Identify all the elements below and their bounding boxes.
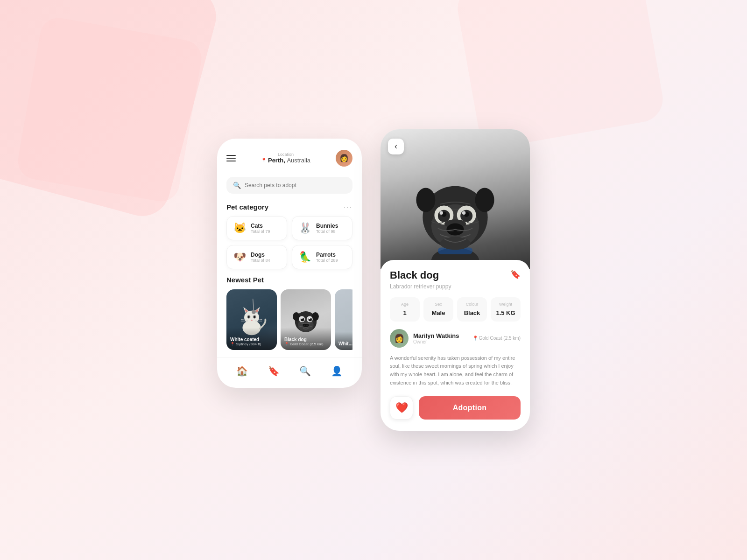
user-avatar[interactable]: 👩 bbox=[336, 150, 352, 167]
heart-icon: ❤️ bbox=[395, 402, 408, 414]
stat-weight-label: Weight bbox=[494, 302, 517, 307]
nav-saved[interactable]: 🔖 bbox=[268, 365, 280, 377]
search-bar[interactable]: 🔍 bbox=[226, 177, 352, 194]
owner-avatar: 👩 bbox=[390, 329, 409, 348]
svg-point-16 bbox=[252, 310, 256, 314]
svg-point-8 bbox=[248, 315, 250, 318]
dog-detail-card: Black dog 🔖 Labrador retriever puppy Age… bbox=[381, 260, 530, 431]
pet-cards-list: White coated 📍 Sydney (384 ft) bbox=[226, 289, 352, 350]
favorite-button[interactable]: ❤️ bbox=[390, 396, 413, 420]
dogs-icon: 🐶 bbox=[233, 251, 246, 263]
owner-row: 👩 Marilyn Watkins Owner 📍 Gold Coast (2.… bbox=[390, 329, 521, 348]
location-display: Location 📍 Perth, Australia bbox=[236, 152, 336, 164]
phones-container: Location 📍 Perth, Australia 👩 🔍 bbox=[217, 129, 530, 431]
newest-pet-section: Newest Pet bbox=[217, 269, 362, 350]
pet-label-white-cat: White coated 📍 Sydney (384 ft) bbox=[226, 328, 277, 350]
bunnies-total: Total of 98 bbox=[316, 229, 338, 234]
phone1-header: Location 📍 Perth, Australia 👩 bbox=[217, 139, 362, 171]
stat-sex-value: Male bbox=[432, 309, 445, 316]
owner-name: Marilyn Watkins bbox=[413, 332, 459, 339]
dog-breed: Labrador retriever puppy bbox=[390, 283, 521, 290]
svg-point-42 bbox=[440, 211, 443, 214]
phone-2: ‹ bbox=[381, 129, 530, 431]
pet-label-black-dog: Black dog 📍 Gold Coast (2.5 km) bbox=[281, 328, 331, 350]
stat-weight-value: 1.5 KG bbox=[496, 309, 515, 316]
stat-age-label: Age bbox=[394, 302, 416, 307]
category-dogs[interactable]: 🐶 Dogs Total of 84 bbox=[226, 245, 287, 269]
svg-point-10 bbox=[251, 320, 253, 321]
dog-photo-area: ‹ bbox=[381, 129, 530, 269]
pet-location: 📍 Sydney (384 ft) bbox=[230, 342, 273, 346]
dog-stats: Age 1 Sex Male Colour Black Weight 1.5 K… bbox=[390, 297, 521, 322]
parrots-info: Parrots Total of 289 bbox=[316, 252, 338, 263]
stat-sex: Sex Male bbox=[423, 297, 453, 322]
action-buttons: ❤️ Adoption bbox=[390, 396, 521, 431]
pug-large-illustration bbox=[404, 148, 507, 269]
svg-point-34 bbox=[416, 188, 435, 212]
dogs-total: Total of 84 bbox=[251, 258, 270, 263]
category-parrots[interactable]: 🦜 Parrots Total of 289 bbox=[292, 245, 352, 269]
dog-description: A wonderful serenity has taken possessio… bbox=[390, 354, 521, 387]
category-title: Pet category bbox=[226, 203, 268, 211]
svg-point-26 bbox=[309, 318, 310, 319]
search-input[interactable] bbox=[245, 182, 346, 189]
category-section-header: Pet category ··· bbox=[217, 199, 362, 216]
back-button[interactable]: ‹ bbox=[388, 139, 404, 154]
cats-icon: 🐱 bbox=[233, 222, 246, 234]
pin-icon: 📍 bbox=[261, 158, 267, 163]
pet-name: Black dog bbox=[284, 337, 327, 342]
pet-card-white-cat[interactable]: White coated 📍 Sydney (384 ft) bbox=[226, 289, 277, 350]
category-cats[interactable]: 🐱 Cats Total of 79 bbox=[226, 216, 287, 240]
cats-total: Total of 79 bbox=[251, 229, 270, 234]
pet-card-partial[interactable]: Whit... bbox=[335, 289, 352, 350]
stat-colour: Colour Black bbox=[457, 297, 487, 322]
svg-point-19 bbox=[293, 312, 300, 321]
bunnies-icon: 🐰 bbox=[299, 222, 311, 234]
parrots-total: Total of 289 bbox=[316, 258, 338, 263]
parrots-icon: 🦜 bbox=[299, 251, 311, 263]
bookmark-button[interactable]: 🔖 bbox=[510, 269, 521, 280]
svg-point-20 bbox=[312, 312, 319, 321]
pet-name: Whit... bbox=[338, 341, 352, 346]
owner-role: Owner bbox=[413, 339, 459, 344]
stat-colour-value: Black bbox=[464, 309, 480, 316]
menu-button[interactable] bbox=[226, 155, 236, 161]
bunnies-info: Bunnies Total of 98 bbox=[316, 223, 338, 234]
category-bunnies[interactable]: 🐰 Bunnies Total of 98 bbox=[292, 216, 352, 240]
dogs-info: Dogs Total of 84 bbox=[251, 252, 270, 263]
svg-point-28 bbox=[303, 325, 305, 326]
owner-location: 📍 Gold Coast (2.5 km) bbox=[472, 336, 521, 341]
bottom-navigation: 🏠 🔖 🔍 👤 bbox=[217, 357, 362, 388]
back-icon: ‹ bbox=[395, 141, 397, 151]
nav-home[interactable]: 🏠 bbox=[236, 365, 248, 377]
location-city: Perth, Australia bbox=[268, 157, 310, 164]
adopt-button[interactable]: Adoption bbox=[419, 396, 521, 420]
newest-pet-title: Newest Pet bbox=[226, 276, 352, 284]
category-more-button[interactable]: ··· bbox=[344, 203, 352, 211]
svg-point-29 bbox=[306, 325, 308, 326]
nav-profile[interactable]: 👤 bbox=[331, 365, 343, 377]
stat-colour-label: Colour bbox=[461, 302, 483, 307]
svg-point-35 bbox=[475, 188, 494, 212]
search-icon: 🔍 bbox=[233, 182, 241, 189]
stat-age-value: 1 bbox=[403, 309, 406, 316]
svg-line-15 bbox=[253, 299, 254, 311]
dog-title-row: Black dog 🔖 bbox=[390, 269, 521, 281]
svg-point-1 bbox=[244, 311, 259, 324]
pet-card-black-dog[interactable]: Black dog 📍 Gold Coast (2.5 km) bbox=[281, 289, 331, 350]
svg-point-9 bbox=[254, 315, 255, 318]
stat-sex-label: Sex bbox=[427, 302, 450, 307]
svg-point-43 bbox=[462, 211, 465, 214]
location-label: Location bbox=[236, 152, 336, 157]
dogs-name: Dogs bbox=[251, 252, 270, 258]
background-decoration bbox=[454, 0, 667, 150]
phone-1: Location 📍 Perth, Australia 👩 🔍 bbox=[217, 139, 362, 388]
dog-name: Black dog bbox=[390, 269, 439, 281]
pet-label-partial: Whit... bbox=[335, 332, 352, 350]
cats-info: Cats Total of 79 bbox=[251, 223, 270, 234]
pet-location: 📍 Gold Coast (2.5 km) bbox=[284, 342, 327, 346]
nav-search[interactable]: 🔍 bbox=[299, 365, 311, 377]
category-grid: 🐱 Cats Total of 79 🐰 Bunnies Total of 98… bbox=[217, 216, 362, 269]
owner-info: 👩 Marilyn Watkins Owner bbox=[390, 329, 459, 348]
stat-weight: Weight 1.5 KG bbox=[491, 297, 521, 322]
